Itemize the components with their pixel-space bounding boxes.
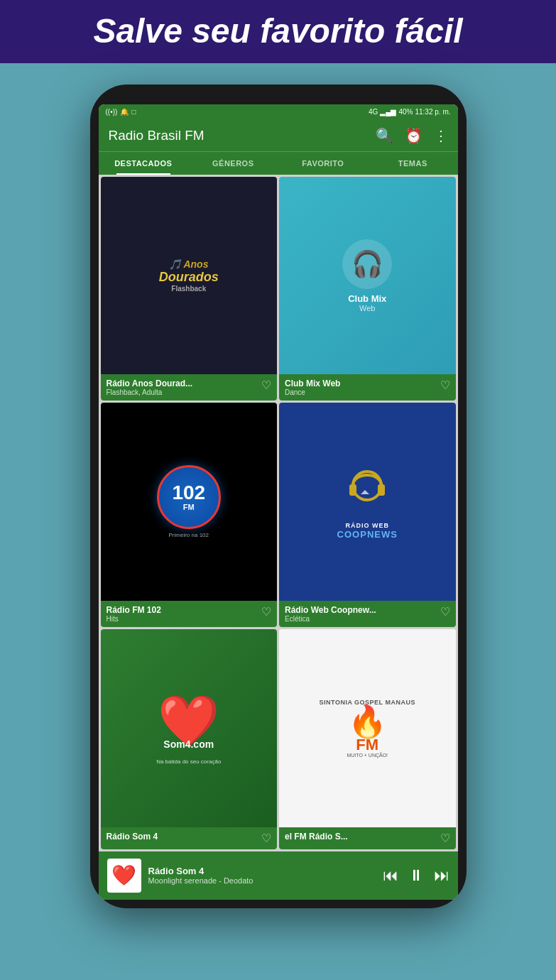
status-bar: ((•)) 🔔 □ 4G ▂▄▆ 40% 11:32 p. m. bbox=[99, 104, 458, 120]
card-info-anos-dourad: Rádio Anos Dourad... Flashback, Adulta bbox=[107, 379, 259, 396]
radio-card-gospel[interactable]: SINTONIA GOSPEL MANAUS 🔥 FM MUITO + UNÇÃ… bbox=[279, 629, 456, 849]
app-header: Radio Brasil FM 🔍 ⏰ ⋮ bbox=[99, 120, 458, 151]
now-playing-info: Rádio Som 4 Moonlight serenade - Deodato bbox=[148, 866, 376, 885]
phone-frame: ((•)) 🔔 □ 4G ▂▄▆ 40% 11:32 p. m. Radio B… bbox=[90, 85, 467, 908]
card-genre-fm102: Hits bbox=[107, 615, 259, 623]
coopnews-icon bbox=[342, 464, 392, 521]
more-menu-icon[interactable]: ⋮ bbox=[434, 127, 448, 144]
coopnews-radio-label: RÁDIO WEB bbox=[337, 522, 398, 529]
favorite-btn-club-mix[interactable]: ♡ bbox=[440, 379, 450, 392]
prev-button[interactable]: ⏮ bbox=[383, 866, 398, 885]
card-image-anos-dourad: 🎵 Anos Dourados Flashback bbox=[101, 177, 278, 375]
card-footer-gospel: el FM Rádio S... ♡ bbox=[279, 827, 456, 849]
radio-grid: 🎵 Anos Dourados Flashback Rádio Anos Dou… bbox=[99, 175, 458, 851]
card-footer-coopnews: Rádio Web Coopnew... Eclética ♡ bbox=[279, 601, 456, 627]
card-genre-anos-dourad: Flashback, Adulta bbox=[107, 388, 259, 396]
svg-rect-2 bbox=[378, 484, 385, 496]
card-name-anos-dourad: Rádio Anos Dourad... bbox=[107, 379, 259, 388]
favorite-btn-fm102[interactable]: ♡ bbox=[261, 605, 271, 619]
favorite-btn-som4[interactable]: ♡ bbox=[261, 832, 271, 845]
card-bg-fm102: 102 FM Primeiro na 102 bbox=[101, 403, 278, 601]
screen: ((•)) 🔔 □ 4G ▂▄▆ 40% 11:32 p. m. Radio B… bbox=[99, 104, 458, 900]
app-title: Radio Brasil FM bbox=[109, 128, 205, 143]
club-mix-logo: 🎧 Club Mix Web bbox=[342, 239, 392, 312]
signal-bars: ▂▄▆ bbox=[380, 108, 396, 116]
notification-icon: 🔔 bbox=[120, 108, 129, 116]
card-name-fm102: Rádio FM 102 bbox=[107, 605, 259, 615]
radio-card-club-mix[interactable]: 🎧 Club Mix Web Club Mix Web Dance ♡ bbox=[279, 177, 456, 401]
playback-controls: ⏮ ⏸ ⏭ bbox=[383, 866, 449, 885]
now-playing-thumbnail: ❤️ bbox=[107, 859, 141, 893]
fm102-logo: 102 FM Primeiro na 102 bbox=[157, 465, 221, 538]
anos-dourad-logo: 🎵 Anos Dourados Flashback bbox=[159, 258, 219, 293]
card-image-fm102: 102 FM Primeiro na 102 bbox=[101, 403, 278, 601]
tab-generos[interactable]: GÉNEROS bbox=[188, 152, 278, 175]
card-footer-club-mix: Club Mix Web Dance ♡ bbox=[279, 374, 456, 401]
card-info-gospel: el FM Rádio S... bbox=[285, 832, 437, 842]
card-footer-fm102: Rádio FM 102 Hits ♡ bbox=[101, 601, 278, 627]
card-name-coopnews: Rádio Web Coopnew... bbox=[285, 605, 437, 615]
radio-card-anos-dourad[interactable]: 🎵 Anos Dourados Flashback Rádio Anos Dou… bbox=[101, 177, 278, 401]
banner-title: Salve seu favorito fácil bbox=[21, 13, 535, 50]
card-genre-coopnews: Eclética bbox=[285, 615, 437, 623]
fm102-circle: 102 FM bbox=[157, 465, 221, 529]
tabs-bar: DESTACADOS GÉNEROS FAVORITO TEMAS bbox=[99, 151, 458, 175]
card-image-gospel: SINTONIA GOSPEL MANAUS 🔥 FM MUITO + UNÇÃ… bbox=[279, 629, 456, 827]
favorite-btn-anos-dourad[interactable]: ♡ bbox=[261, 379, 271, 392]
clock: 11:32 p. m. bbox=[415, 108, 450, 116]
phone-body: ((•)) 🔔 □ 4G ▂▄▆ 40% 11:32 p. m. Radio B… bbox=[90, 85, 467, 908]
card-info-fm102: Rádio FM 102 Hits bbox=[107, 605, 259, 623]
card-info-coopnews: Rádio Web Coopnew... Eclética bbox=[285, 605, 437, 623]
card-name-gospel: el FM Rádio S... bbox=[285, 832, 437, 842]
favorite-btn-coopnews[interactable]: ♡ bbox=[440, 605, 450, 619]
card-name-som4: Rádio Som 4 bbox=[107, 832, 259, 842]
next-button[interactable]: ⏭ bbox=[434, 866, 449, 885]
card-bg-anos-dourad: 🎵 Anos Dourados Flashback bbox=[101, 177, 278, 375]
now-playing-track: Moonlight serenade - Deodato bbox=[148, 876, 376, 885]
card-footer-som4: Rádio Som 4 ♡ bbox=[101, 827, 278, 849]
card-image-club-mix: 🎧 Club Mix Web bbox=[279, 177, 456, 375]
favorite-btn-gospel[interactable]: ♡ bbox=[440, 832, 450, 845]
card-bg-club-mix: 🎧 Club Mix Web bbox=[279, 177, 456, 375]
som4-logo: ❤️ Som4.com Na batida do seu coração bbox=[156, 692, 221, 765]
now-playing-station: Rádio Som 4 bbox=[148, 866, 376, 876]
header-icons: 🔍 ⏰ ⋮ bbox=[376, 127, 448, 144]
card-genre-club-mix: Dance bbox=[285, 388, 437, 396]
gospel-logo: SINTONIA GOSPEL MANAUS 🔥 FM MUITO + UNÇÃ… bbox=[320, 699, 415, 758]
banner: Salve seu favorito fácil bbox=[0, 0, 556, 63]
card-image-coopnews: RÁDIO WEB COOPNEWS bbox=[279, 403, 456, 601]
battery-level: 40% bbox=[398, 108, 413, 116]
tab-temas[interactable]: TEMAS bbox=[368, 152, 458, 175]
card-footer-anos-dourad: Rádio Anos Dourad... Flashback, Adulta ♡ bbox=[101, 374, 278, 401]
card-bg-som4: ❤️ Som4.com Na batida do seu coração bbox=[101, 629, 278, 827]
sim-icon: □ bbox=[131, 108, 136, 116]
card-name-club-mix: Club Mix Web bbox=[285, 379, 437, 388]
status-right: 4G ▂▄▆ 40% 11:32 p. m. bbox=[369, 108, 450, 116]
card-bg-gospel: SINTONIA GOSPEL MANAUS 🔥 FM MUITO + UNÇÃ… bbox=[279, 629, 456, 827]
card-bg-coopnews: RÁDIO WEB COOPNEWS bbox=[279, 403, 456, 601]
network-type: 4G bbox=[369, 108, 378, 116]
now-playing-bar: ❤️ Rádio Som 4 Moonlight serenade - Deod… bbox=[99, 851, 458, 900]
card-info-club-mix: Club Mix Web Dance bbox=[285, 379, 437, 396]
radio-card-fm102[interactable]: 102 FM Primeiro na 102 Rádio FM 102 Hits bbox=[101, 403, 278, 627]
radio-card-som4[interactable]: ❤️ Som4.com Na batida do seu coração Rád… bbox=[101, 629, 278, 849]
tab-destacados[interactable]: DESTACADOS bbox=[99, 152, 189, 175]
wifi-icon: ((•)) bbox=[106, 108, 118, 116]
alarm-icon[interactable]: ⏰ bbox=[405, 127, 423, 144]
svg-rect-1 bbox=[349, 484, 356, 496]
card-image-som4: ❤️ Som4.com Na batida do seu coração bbox=[101, 629, 278, 827]
coopnews-name: COOPNEWS bbox=[337, 529, 398, 540]
tab-favorito[interactable]: FAVORITO bbox=[278, 152, 369, 175]
radio-card-coopnews[interactable]: RÁDIO WEB COOPNEWS Rádio Web Coopnew... … bbox=[279, 403, 456, 627]
card-info-som4: Rádio Som 4 bbox=[107, 832, 259, 842]
status-left: ((•)) 🔔 □ bbox=[106, 108, 136, 116]
pause-button[interactable]: ⏸ bbox=[408, 866, 424, 885]
search-icon[interactable]: 🔍 bbox=[376, 127, 393, 144]
